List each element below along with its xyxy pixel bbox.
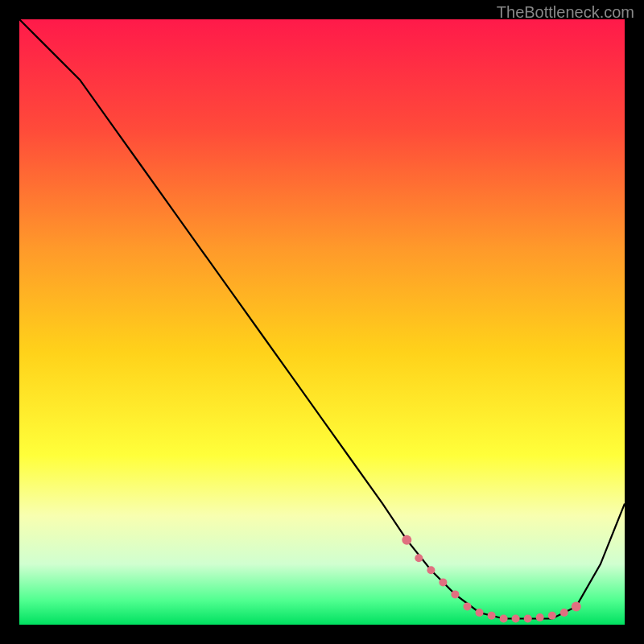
highlight-dot bbox=[560, 609, 568, 617]
highlight-dot bbox=[572, 601, 581, 611]
highlight-dot bbox=[415, 554, 423, 562]
highlight-dot bbox=[464, 602, 472, 610]
highlight-dot bbox=[427, 566, 435, 574]
highlight-dot bbox=[500, 615, 508, 623]
chart-svg bbox=[19, 19, 625, 625]
highlight-dot bbox=[536, 613, 544, 621]
highlight-dot bbox=[524, 615, 532, 623]
highlight-dot bbox=[488, 612, 496, 620]
highlight-dot bbox=[451, 590, 459, 598]
highlight-dot bbox=[512, 615, 520, 623]
highlight-dot bbox=[402, 535, 411, 545]
highlight-dot bbox=[548, 612, 556, 620]
chart-plot-area bbox=[19, 19, 625, 625]
highlight-dot bbox=[439, 578, 447, 586]
highlight-dot bbox=[476, 609, 484, 617]
chart-background bbox=[19, 19, 625, 625]
attribution-text: TheBottleneck.com bbox=[497, 3, 634, 22]
